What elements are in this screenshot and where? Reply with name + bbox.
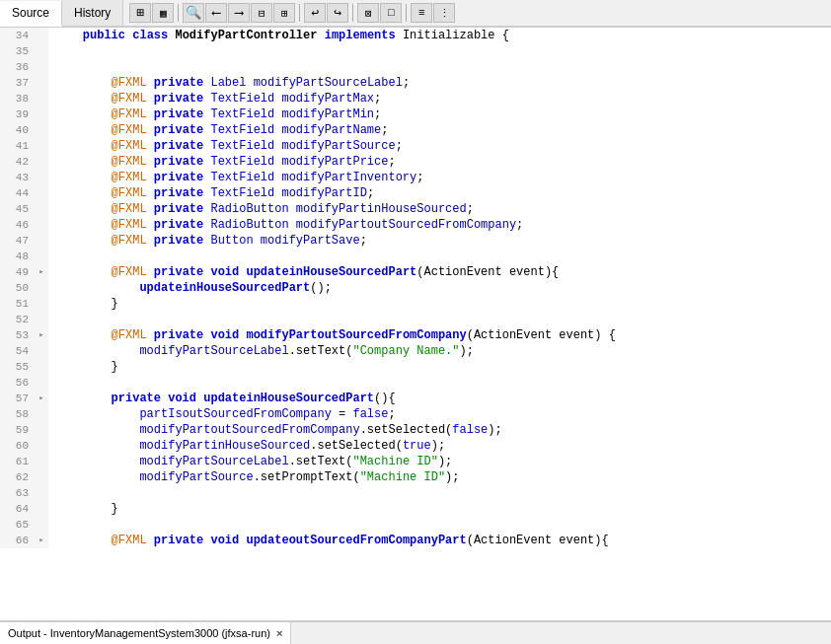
- line-number: 61: [0, 454, 35, 469]
- code-line: 40 @FXML private TextField modifyPartNam…: [0, 122, 831, 138]
- toolbar-btn-7[interactable]: ⊞: [273, 3, 295, 23]
- fold-indicator: [35, 43, 48, 59]
- line-number: 65: [0, 517, 35, 533]
- code-segment: @FXML private Button modifyPartSave;: [48, 233, 367, 249]
- fold-indicator[interactable]: ▸: [35, 391, 48, 406]
- toolbar-btn-1[interactable]: ⊞: [129, 3, 151, 23]
- toolbar-btn-3[interactable]: 🔍: [183, 3, 204, 23]
- fold-indicator: [35, 375, 48, 391]
- code-segment: @FXML private RadioButton modifyPartinHo…: [48, 201, 474, 217]
- output-tab[interactable]: Output - InventoryManagementSystem3000 (…: [0, 622, 291, 644]
- code-segment: @FXML private void modifyPartoutSourcedF…: [48, 327, 616, 343]
- fold-indicator[interactable]: ▸: [35, 533, 48, 548]
- code-line: 53▸ @FXML private void modifyPartoutSour…: [0, 327, 831, 343]
- output-tab-close[interactable]: ×: [276, 627, 282, 639]
- toolbar-btn-9[interactable]: ↪: [327, 3, 348, 23]
- toolbar-btn-11[interactable]: □: [380, 3, 402, 23]
- code-line: 50 updateinHouseSourcedPart();: [0, 280, 831, 296]
- line-number: 55: [0, 359, 35, 375]
- fold-indicator[interactable]: ▸: [35, 264, 48, 280]
- fold-indicator: [35, 280, 48, 296]
- code-segment: modifyPartSource.setPromptText("Machine …: [48, 469, 460, 485]
- fold-indicator: [35, 233, 48, 249]
- toolbar-btn-2[interactable]: ▦: [152, 3, 174, 23]
- code-line: 58 partIsoutSourcedFromCompany = false;: [0, 406, 831, 422]
- code-line: 54 modifyPartSourceLabel.setText("Compan…: [0, 343, 831, 359]
- code-line: 47 @FXML private Button modifyPartSave;: [0, 233, 831, 249]
- code-segment: modifyPartSourceLabel.setText("Company N…: [48, 343, 474, 359]
- toolbar: ⊞ ▦ 🔍 ⟵ ⟶ ⊟ ⊞ ↩ ↪ ⊠ □ ≡ ⋮: [123, 0, 461, 26]
- toolbar-btn-10[interactable]: ⊠: [357, 3, 379, 23]
- toolbar-btn-5[interactable]: ⟶: [228, 3, 250, 23]
- code-line: 64 }: [0, 501, 831, 517]
- fold-indicator: [35, 107, 48, 122]
- code-segment: updateinHouseSourcedPart();: [48, 280, 332, 296]
- line-number: 43: [0, 170, 35, 185]
- fold-indicator[interactable]: ▸: [35, 327, 48, 343]
- line-number: 52: [0, 312, 35, 327]
- code-segment: [48, 375, 61, 391]
- code-segment: public class ModifyPartController implem…: [48, 28, 509, 43]
- code-segment: [48, 43, 61, 59]
- line-number: 35: [0, 43, 35, 59]
- code-line: 59 modifyPartoutSourcedFromCompany.setSe…: [0, 422, 831, 438]
- code-segment: @FXML private TextField modifyPartMax;: [48, 91, 381, 107]
- code-segment: }: [48, 501, 118, 517]
- toolbar-separator-4: [406, 4, 407, 22]
- code-line: 51 }: [0, 296, 831, 312]
- code-line: 60 modifyPartinHouseSourced.setSelected(…: [0, 438, 831, 454]
- code-segment: @FXML private TextField modifyPartInvent…: [48, 170, 423, 185]
- fold-indicator: [35, 438, 48, 454]
- code-segment: [48, 485, 61, 501]
- tab-source-label: Source: [12, 6, 49, 20]
- toolbar-btn-4[interactable]: ⟵: [205, 3, 227, 23]
- line-number: 47: [0, 233, 35, 249]
- code-line: 63: [0, 485, 831, 501]
- tab-source[interactable]: Source: [0, 1, 62, 27]
- code-segment: [48, 517, 61, 533]
- code-segment: [48, 312, 61, 327]
- line-number: 48: [0, 249, 35, 264]
- fold-indicator: [35, 138, 48, 154]
- line-number: 64: [0, 501, 35, 517]
- tab-history[interactable]: History: [62, 0, 123, 26]
- code-line: 42 @FXML private TextField modifyPartPri…: [0, 154, 831, 170]
- code-segment: }: [48, 359, 118, 375]
- code-line: 37 @FXML private Label modifyPartSourceL…: [0, 75, 831, 91]
- code-segment: partIsoutSourcedFromCompany = false;: [48, 406, 396, 422]
- fold-indicator: [35, 359, 48, 375]
- code-line: 56: [0, 375, 831, 391]
- toolbar-btn-6[interactable]: ⊟: [251, 3, 272, 23]
- tab-history-label: History: [74, 6, 111, 20]
- main-window: Source History ⊞ ▦ 🔍 ⟵ ⟶ ⊟ ⊞ ↩ ↪ ⊠ □ ≡ ⋮: [0, 0, 831, 644]
- line-number: 49: [0, 264, 35, 280]
- line-number: 44: [0, 185, 35, 201]
- toolbar-btn-12[interactable]: ≡: [411, 3, 432, 23]
- code-line: 46 @FXML private RadioButton modifyParto…: [0, 217, 831, 233]
- fold-indicator: [35, 517, 48, 533]
- fold-indicator: [35, 185, 48, 201]
- code-segment: @FXML private TextField modifyPartMin;: [48, 107, 381, 122]
- line-number: 58: [0, 406, 35, 422]
- line-number: 62: [0, 469, 35, 485]
- fold-indicator: [35, 122, 48, 138]
- toolbar-btn-8[interactable]: ↩: [304, 3, 326, 23]
- fold-indicator: [35, 91, 48, 107]
- code-segment: @FXML private TextField modifyPartSource…: [48, 138, 403, 154]
- line-number: 37: [0, 75, 35, 91]
- fold-indicator: [35, 75, 48, 91]
- code-line: 36: [0, 59, 831, 75]
- line-number: 45: [0, 201, 35, 217]
- line-number: 59: [0, 422, 35, 438]
- fold-indicator: [35, 170, 48, 185]
- fold-indicator: [35, 422, 48, 438]
- toolbar-btn-13[interactable]: ⋮: [433, 3, 455, 23]
- toolbar-separator-1: [178, 4, 179, 22]
- code-lines: 34 public class ModifyPartController imp…: [0, 28, 831, 548]
- code-editor: 34 public class ModifyPartController imp…: [0, 28, 831, 620]
- code-scroll[interactable]: 34 public class ModifyPartController imp…: [0, 28, 831, 620]
- line-number: 57: [0, 391, 35, 406]
- line-number: 41: [0, 138, 35, 154]
- fold-indicator: [35, 501, 48, 517]
- fold-indicator: [35, 296, 48, 312]
